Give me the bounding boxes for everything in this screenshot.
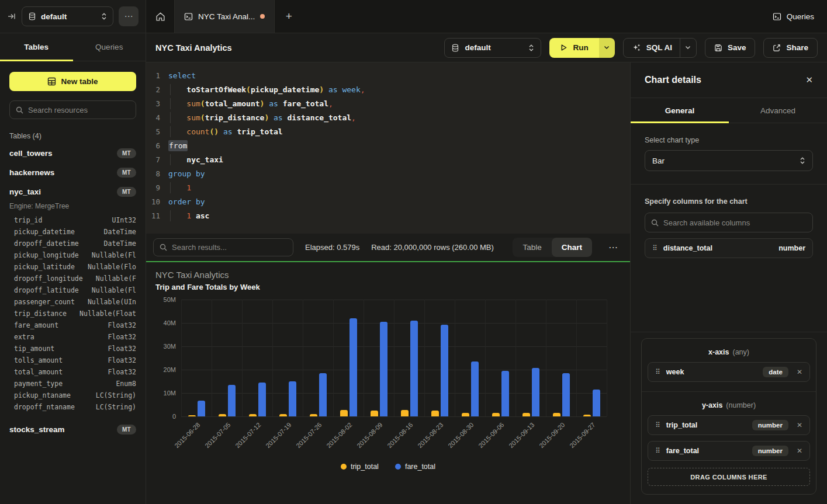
terminal-icon	[773, 12, 781, 21]
remove-column-icon[interactable]: ✕	[794, 447, 802, 455]
drag-columns-drop-zone[interactable]: DRAG COLUMNS HERE	[648, 468, 810, 486]
drag-handle-icon[interactable]: ⠿	[652, 244, 658, 252]
legend-dot-icon	[341, 464, 347, 470]
chart-type-select[interactable]: Bar	[645, 150, 813, 171]
column-type: LC(String)	[96, 403, 136, 411]
code-line: 8group by	[146, 166, 630, 180]
sidebar-table-item[interactable]: hackernewsMT	[0, 163, 146, 182]
sql-editor[interactable]: 1select2 toStartOfWeek(pickup_datetime) …	[146, 62, 630, 234]
engine-badge: MT	[117, 425, 136, 435]
sql-ai-button[interactable]: SQL AI	[623, 38, 697, 58]
sidebar-search-input[interactable]	[28, 106, 131, 114]
columns-search	[645, 213, 813, 232]
chip-column-name: distance_total	[663, 244, 773, 252]
new-table-button[interactable]: New table	[9, 72, 136, 91]
gridline-vertical	[607, 300, 607, 416]
y-axis-tick: 30M	[164, 343, 176, 350]
x-axis-tick: 2015-07-26	[295, 421, 323, 449]
results-more-button[interactable]: ⋯	[604, 242, 623, 253]
chart-view-button[interactable]: Chart	[552, 238, 592, 257]
queries-link[interactable]: Queries	[760, 0, 827, 33]
bar-fare_total	[350, 318, 357, 416]
code-line: 5 count() as trip_total	[146, 124, 630, 138]
line-number: 8	[146, 169, 168, 178]
tab-general[interactable]: General	[631, 98, 729, 123]
run-options-button[interactable]	[599, 38, 615, 58]
sql-ai-options-button[interactable]	[680, 39, 696, 57]
sidebar-table-item[interactable]: nyc_taxiMT	[0, 182, 146, 201]
sidebar-more-button[interactable]: ⋯	[119, 6, 139, 26]
tab-tables[interactable]: Tables	[0, 33, 73, 61]
search-icon	[651, 219, 659, 227]
engine-badge: MT	[117, 187, 136, 197]
columns-search-input[interactable]	[663, 218, 807, 227]
sidebar-table-item[interactable]: cell_towersMT	[0, 144, 146, 163]
tab-queries[interactable]: Queries	[73, 33, 146, 61]
schema-column-row: pickup_ntanameLC(String)	[0, 390, 146, 401]
ellipsis-icon: ⋯	[608, 242, 618, 252]
column-name: passenger_count	[14, 298, 75, 306]
chip-type-badge: number	[778, 244, 805, 252]
sidebar-database-select[interactable]: default	[22, 6, 113, 26]
table-name: nyc_taxi	[9, 187, 117, 196]
chip-column-name: fare_total	[666, 447, 746, 455]
column-chip[interactable]: ⠿trip_totalnumber✕	[648, 415, 810, 435]
column-name: pickup_latitude	[14, 263, 75, 271]
bar-fare_total	[410, 321, 418, 416]
indent-guide	[170, 98, 171, 109]
sidebar-table-item[interactable]: stocks_streamMT	[0, 420, 146, 439]
query-title: NYC Taxi Analytics	[155, 43, 232, 53]
column-name: extra	[14, 333, 34, 341]
share-button[interactable]: Share	[763, 38, 818, 58]
drag-handle-icon[interactable]: ⠿	[655, 447, 660, 455]
save-icon	[714, 44, 722, 52]
sparkles-icon	[632, 43, 641, 52]
read-stat: Read: 20,000,000 rows (260.00 MB)	[371, 243, 494, 252]
chart-legend: trip_totalfare_total	[155, 461, 621, 472]
bar-trip_total	[371, 411, 378, 416]
results-search-input[interactable]	[172, 243, 287, 252]
schema-column-row: tolls_amountFloat32	[0, 354, 146, 366]
x-axis-tick: 2015-09-27	[568, 421, 596, 449]
column-chip[interactable]: ⠿fare_totalnumber✕	[648, 441, 810, 461]
save-button[interactable]: Save	[705, 38, 756, 58]
table-view-button[interactable]: Table	[513, 238, 551, 257]
chevron-updown-icon	[800, 157, 805, 165]
column-chip[interactable]: ⠿distance_totalnumber	[645, 238, 813, 258]
column-name: dropoff_ntaname	[14, 403, 75, 411]
bar-group	[333, 318, 364, 416]
x-axis-chips: ⠿weekdate✕	[648, 362, 810, 382]
legend-item[interactable]: fare_total	[395, 463, 435, 471]
schema-column-row: trip_distanceNullable(Float	[0, 308, 146, 319]
drag-handle-icon[interactable]: ⠿	[655, 421, 660, 429]
home-tab[interactable]	[146, 0, 174, 33]
main-area: NYC Taxi Anal... + Queries NYC Taxi Anal…	[146, 0, 827, 504]
run-button[interactable]: Run	[549, 38, 598, 58]
x-axis-tick: 2015-07-12	[234, 421, 262, 449]
bar-fare_total	[380, 322, 387, 416]
bar-trip_total	[340, 410, 348, 416]
query-tab-active[interactable]: NYC Taxi Anal...	[174, 0, 275, 33]
available-columns-list: ⠿distance_totalnumber	[645, 238, 813, 258]
remove-column-icon[interactable]: ✕	[794, 421, 802, 429]
new-tab-button[interactable]: +	[275, 0, 303, 33]
legend-label: fare_total	[405, 463, 435, 471]
tables-section-label: Tables (4)	[9, 132, 136, 140]
toolbar-database-select[interactable]: default	[444, 38, 541, 58]
x-axis-labels: 2015-06-282015-07-052015-07-122015-07-19…	[181, 416, 607, 461]
panel-title: Chart details	[645, 75, 701, 85]
table-grid-icon	[47, 77, 56, 86]
code-line: 4 sum(trip_distance) as distance_total,	[146, 110, 630, 124]
legend-label: trip_total	[351, 463, 379, 471]
remove-column-icon[interactable]: ✕	[794, 368, 802, 376]
sidebar: default ⋯ Tables Queries New table	[0, 0, 146, 504]
tab-advanced[interactable]: Advanced	[729, 98, 827, 123]
bar-fare_total	[258, 383, 266, 416]
drag-handle-icon[interactable]: ⠿	[655, 368, 660, 376]
close-icon[interactable]: ✕	[805, 75, 813, 85]
collapse-sidebar-icon[interactable]	[7, 12, 16, 21]
bar-trip_total	[431, 411, 439, 416]
legend-item[interactable]: trip_total	[341, 463, 379, 471]
column-chip[interactable]: ⠿weekdate✕	[648, 362, 810, 382]
bar-group	[455, 362, 485, 416]
